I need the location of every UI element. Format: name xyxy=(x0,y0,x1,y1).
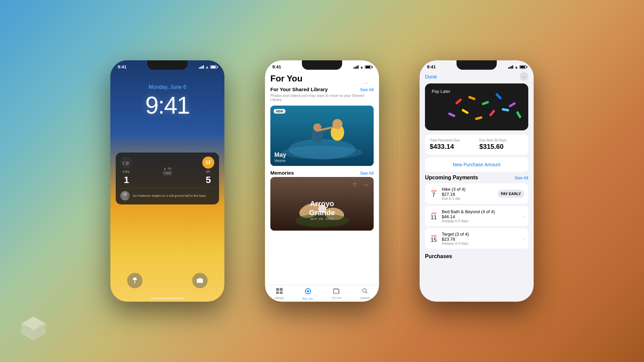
memory-card[interactable]: ♡ ··· Arroyo Grande MAY 28, 2022 xyxy=(270,177,374,231)
svg-rect-44 xyxy=(448,112,455,118)
total-payments-due: Total Payments Due $433.14 xyxy=(430,138,474,150)
upcoming-title: Upcoming Payments xyxy=(425,175,478,181)
team-sf-score: 5 xyxy=(206,175,211,185)
purchases-header: Purchases xyxy=(425,251,528,261)
team-sf-abbr: SF xyxy=(206,170,211,173)
new-badge: NEW xyxy=(274,109,285,114)
svg-text:SF: SF xyxy=(205,160,212,165)
memories-section: Memories See All xyxy=(265,166,379,231)
payment-details-2: Bed Bath & Beyond (4 of 4) $46.14 Autopa… xyxy=(442,209,519,223)
notch-3 xyxy=(457,60,497,70)
payment-day-1: 7 xyxy=(432,192,435,198)
svg-point-25 xyxy=(307,290,309,292)
photos-header: For You For Your Shared Library See All … xyxy=(265,71,379,106)
battery-icon-1 xyxy=(210,65,217,69)
total-payments-label: Total Payments Due xyxy=(430,138,474,142)
home-indicator-3 xyxy=(460,298,493,299)
player-avatar xyxy=(120,191,130,200)
team-col: CR COL 1 xyxy=(120,157,132,185)
svg-marker-5 xyxy=(133,278,137,284)
svg-line-33 xyxy=(366,292,367,294)
done-button[interactable]: Done xyxy=(425,74,437,79)
svg-rect-34 xyxy=(455,98,462,105)
battery-icon-2 xyxy=(365,65,372,69)
svg-rect-22 xyxy=(276,292,279,294)
photos-subtitle: Photos and videos you may want to move t… xyxy=(270,94,374,102)
divider-1 xyxy=(245,80,245,282)
payment-item-bedbath[interactable]: JUN 11 Bed Bath & Beyond (4 of 4) $46.14… xyxy=(425,206,528,226)
notch-1 xyxy=(147,60,187,70)
pay-later-card: Pay Later xyxy=(425,83,528,130)
battery-icon-3 xyxy=(520,65,526,69)
svg-rect-40 xyxy=(489,110,496,117)
paylater-screen: 9:41 ▲ Done ··· xyxy=(420,60,534,302)
shared-library-title: For Your Shared Library xyxy=(270,86,328,92)
photo-caption: May Venice xyxy=(274,152,286,163)
upcoming-see-all[interactable]: See All xyxy=(515,175,528,180)
total-payments-amount: $433.14 xyxy=(430,143,474,150)
svg-point-3 xyxy=(123,192,127,196)
inning-text: ▲ 7th xyxy=(163,167,171,170)
payment-details-1: Nike (3 of 4) $27.18 Due in 1 day xyxy=(442,187,494,200)
svg-rect-36 xyxy=(482,101,489,105)
payment-item-nike[interactable]: JUN 7 Nike (3 of 4) $27.18 Due in 1 day … xyxy=(425,183,528,204)
more-options-button[interactable]: ··· xyxy=(362,78,370,87)
svg-point-4 xyxy=(122,197,128,200)
signal-icon-2 xyxy=(354,65,359,69)
new-purchase-button[interactable]: New Purchase Amount xyxy=(425,157,528,172)
svg-rect-23 xyxy=(280,292,283,294)
payment-date-3: JUN 15 xyxy=(429,234,438,243)
svg-rect-28 xyxy=(305,291,306,292)
pay-early-button[interactable]: PAY EARLY xyxy=(497,190,524,198)
phone-1: 9:41 ▲ Monday, June 6 9:41 xyxy=(110,60,224,302)
lock-time: 9:41 xyxy=(110,92,224,119)
inning-detail: • 0-0 xyxy=(163,171,172,175)
shared-library-header: For Your Shared Library See All xyxy=(270,86,374,92)
svg-rect-38 xyxy=(508,102,516,108)
payment-day-2: 11 xyxy=(431,215,437,220)
photo-month: May xyxy=(274,152,286,159)
svg-point-9 xyxy=(282,146,362,159)
photo-location: Venice xyxy=(274,159,286,163)
memories-see-all[interactable]: See All xyxy=(360,171,374,176)
baseball-play: Joc Pederson singles on a soft ground ba… xyxy=(120,188,214,200)
status-icons-3: ▲ xyxy=(508,65,526,69)
tab-search[interactable]: Search xyxy=(351,288,379,300)
baseball-widget[interactable]: CR COL 1 ▲ 7th • 0-0 xyxy=(116,153,219,204)
svg-rect-43 xyxy=(516,111,522,119)
search-icon xyxy=(362,288,368,296)
shared-library-photo[interactable]: NEW May Venice xyxy=(270,106,374,166)
for-you-icon xyxy=(305,288,311,296)
home-indicator-1 xyxy=(151,298,184,299)
chevron-right-3: › xyxy=(523,236,524,241)
options-button[interactable]: ··· xyxy=(520,72,528,81)
memory-heart-button[interactable]: ♡ xyxy=(350,180,359,189)
signal-icon-1 xyxy=(199,65,204,69)
tab-search-label: Search xyxy=(360,296,370,300)
shared-library-see-all[interactable]: See All xyxy=(360,87,374,92)
memory-date: MAY 28, 2022 xyxy=(270,217,374,221)
flashlight-button[interactable] xyxy=(127,273,143,288)
baseball-score: CR COL 1 ▲ 7th • 0-0 xyxy=(120,157,214,185)
tab-library[interactable]: Library xyxy=(265,288,293,300)
play-text: Joc Pederson singles on a soft ground ba… xyxy=(132,194,207,198)
payment-item-target[interactable]: JUN 15 Target (3 of 4) $23.78 Autopay in… xyxy=(425,228,528,249)
game-info: ▲ 7th • 0-0 xyxy=(163,167,172,175)
payment-date-2: JUN 11 xyxy=(429,212,438,220)
memory-actions: ♡ ··· xyxy=(350,180,370,189)
signal-icon-3 xyxy=(508,65,513,69)
lock-date: Monday, June 6 xyxy=(110,84,224,90)
payment-amount-3: $23.78 xyxy=(442,237,519,242)
phone-3: 9:41 ▲ Done ··· xyxy=(420,60,534,302)
svg-point-11 xyxy=(332,119,342,129)
svg-rect-21 xyxy=(280,288,283,291)
lock-screen: 9:41 ▲ Monday, June 6 9:41 xyxy=(110,60,224,302)
cube-decoration xyxy=(20,315,47,342)
memory-more-button[interactable]: ··· xyxy=(362,180,370,189)
due-next-30: Due Next 30 Days $315.60 xyxy=(479,138,524,150)
camera-button[interactable] xyxy=(192,273,208,288)
tab-library-label: Library xyxy=(275,296,284,300)
payment-amount-2: $46.14 xyxy=(442,214,519,219)
svg-point-32 xyxy=(363,289,366,292)
payments-due-section: Total Payments Due $433.14 Due Next 30 D… xyxy=(425,134,528,155)
